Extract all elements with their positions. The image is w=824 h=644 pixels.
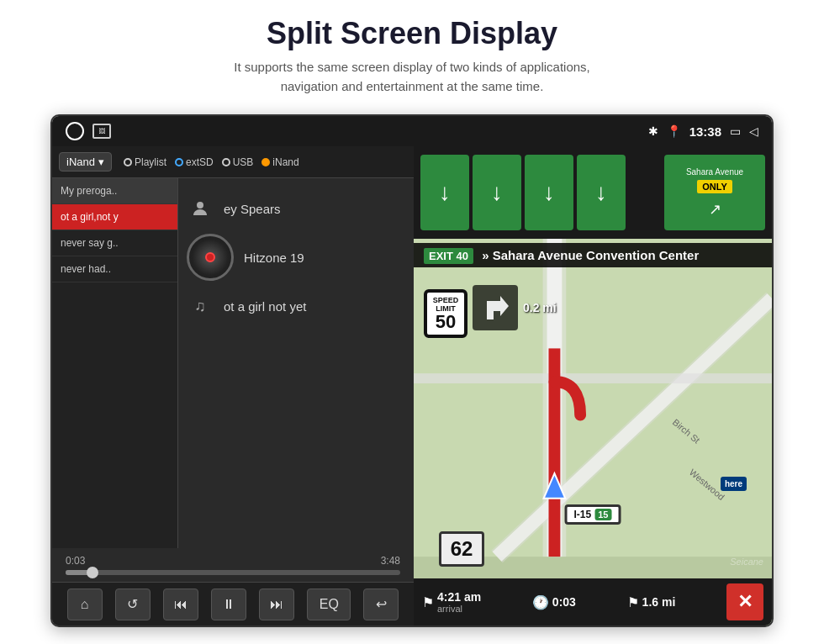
np-track-row: ♫ ot a girl not yet: [187, 293, 405, 319]
watermark: Seicane: [730, 557, 763, 567]
status-bar: 🖼 ✱ 📍 13:38 ▭ ◁: [52, 116, 772, 146]
back-icon: ◁: [749, 124, 758, 138]
nav-panel: Birch St Westwood ↓ ↓ ↓ ↓ Sahara Avenue …: [414, 146, 772, 626]
current-speed-value: 62: [441, 537, 482, 561]
progress-thumb[interactable]: [87, 567, 98, 578]
back-button[interactable]: ↩: [363, 589, 399, 620]
album-text: Hitzone 19: [244, 251, 304, 265]
music-panel: iNand ▾ Playlist extSD USB: [52, 146, 414, 626]
eta-label: arrival: [437, 604, 481, 614]
track-text: ot a girl not yet: [224, 299, 306, 314]
page-title: Split Screen Display: [0, 15, 824, 51]
person-icon: [187, 195, 214, 222]
nav-elapsed: 🕐 0:03: [532, 594, 576, 610]
elapsed-time: 0:03: [552, 595, 576, 609]
source-dropdown[interactable]: iNand ▾: [59, 152, 112, 172]
home-circle-icon: [66, 122, 84, 140]
now-playing: ey Spears Hitzone 19 ♫ ot a girl: [178, 178, 414, 548]
image-icon: 🖼: [92, 124, 111, 139]
prev-button[interactable]: ⏮: [163, 589, 198, 620]
disc-center: [205, 252, 215, 262]
usb-dot: [222, 158, 230, 166]
bluetooth-icon: ✱: [648, 124, 658, 138]
svg-rect-6: [414, 373, 772, 383]
highway-arrows: ↓ ↓ ↓ ↓: [420, 155, 658, 230]
turn-instruction: 0.2 mi: [473, 285, 557, 330]
nav-close-button[interactable]: ✕: [726, 583, 763, 620]
playlist-sidebar: My preroga.. ot a girl,not y never say g…: [52, 178, 178, 548]
page-header: Split Screen Display It supports the sam…: [0, 0, 824, 104]
arrow-down-3: ↓: [525, 155, 573, 230]
status-bar-left: 🖼: [66, 122, 111, 140]
source-option-extsd[interactable]: extSD: [175, 156, 214, 168]
inand-dot: [261, 158, 270, 166]
next-button[interactable]: ⏭: [259, 589, 294, 620]
artist-text: ey Spears: [224, 202, 281, 216]
extsd-dot: [175, 158, 183, 166]
source-option-playlist[interactable]: Playlist: [124, 156, 166, 168]
flag-start-icon: ⚑: [422, 594, 434, 610]
arrow-down-1: ↓: [420, 155, 469, 230]
highway-badge: I-15 15: [565, 504, 621, 525]
page-subtitle: It supports the same screen display of t…: [0, 58, 824, 96]
status-bar-right: ✱ 📍 13:38 ▭ ◁: [648, 124, 758, 139]
playlist-item-1[interactable]: My preroga..: [52, 178, 177, 204]
playlist-container: My preroga.. ot a girl,not y never say g…: [52, 178, 414, 548]
playlist-item-3[interactable]: never say g..: [52, 230, 177, 256]
progress-times: 0:03 3:48: [66, 555, 400, 567]
eta-info: 4:21 am arrival: [437, 590, 481, 614]
exit-banner: EXIT 40 » Sahara Avenue Convention Cente…: [414, 243, 772, 267]
highway-shield: 15: [594, 509, 611, 520]
destination-name: Sahara Avenue Convention Center: [493, 248, 700, 262]
arrow-down-4: ↓: [577, 155, 626, 230]
source-options: Playlist extSD USB iNand: [124, 156, 299, 168]
source-option-usb[interactable]: USB: [222, 156, 254, 168]
arrow-down-2: ↓: [473, 155, 521, 230]
screen-icon: ▭: [730, 124, 741, 138]
turn-distance: 0.2 mi: [523, 301, 557, 314]
only-badge: ONLY: [697, 180, 732, 193]
split-screen: iNand ▾ Playlist extSD USB: [52, 146, 772, 626]
disc-icon: [187, 234, 234, 281]
np-album-row: Hitzone 19: [187, 234, 405, 281]
nav-bottom-bar: ⚑ 4:21 am arrival 🕐 0:03 ⚑ 1.6 mi ✕: [414, 578, 772, 626]
playlist-item-4[interactable]: never had..: [52, 256, 177, 282]
playpause-button[interactable]: ⏸: [211, 589, 246, 620]
source-label: iNand: [66, 156, 95, 168]
nav-eta: ⚑ 4:21 am arrival: [422, 590, 481, 614]
speed-limit-sign: SPEED LIMIT 50: [424, 289, 467, 338]
clock-icon: 🕐: [532, 594, 549, 610]
remaining-dist: 1.6 mi: [642, 595, 676, 609]
sahara-sign: Sahara Avenue ONLY ↗: [664, 155, 765, 230]
location-icon: 📍: [667, 124, 681, 138]
progress-bar[interactable]: [66, 570, 400, 575]
np-artist-row: ey Spears: [187, 195, 405, 222]
progress-section: 0:03 3:48: [52, 548, 414, 582]
current-time: 0:03: [66, 555, 85, 567]
turn-arrow-icon: [473, 285, 518, 330]
music-note-icon: ♫: [187, 293, 214, 319]
repeat-button[interactable]: ↺: [115, 589, 151, 620]
playlist-dot: [124, 158, 132, 166]
status-time: 13:38: [689, 124, 721, 139]
home-button[interactable]: ⌂: [67, 589, 103, 620]
speed-limit-value: 50: [430, 313, 461, 331]
source-option-inand[interactable]: iNand: [261, 156, 298, 168]
source-bar: iNand ▾ Playlist extSD USB: [52, 146, 414, 178]
total-time: 3:48: [381, 555, 400, 567]
eta-time: 4:21 am: [437, 590, 481, 604]
np-info: ey Spears Hitzone 19 ♫ ot a girl: [187, 195, 405, 319]
here-logo: here: [721, 477, 747, 491]
chevron-down-icon: ▾: [98, 156, 104, 168]
playlist-item-2[interactable]: ot a girl,not y: [52, 204, 177, 230]
nav-remaining: ⚑ 1.6 mi: [627, 594, 676, 610]
svg-point-0: [197, 202, 203, 209]
exit-badge: EXIT 40: [424, 248, 473, 264]
flag-end-icon: ⚑: [627, 594, 639, 610]
device-frame: 🖼 ✱ 📍 13:38 ▭ ◁ iNand ▾ Playlist: [50, 114, 774, 627]
controls-bar: ⌂ ↺ ⏮ ⏸ ⏭ EQ ↩: [52, 582, 414, 626]
destination-text: »: [482, 248, 493, 262]
current-speed-display: 62: [439, 531, 484, 567]
highway-sign: ↓ ↓ ↓ ↓ Sahara Avenue ONLY ↗: [414, 146, 772, 239]
eq-button[interactable]: EQ: [307, 589, 351, 620]
